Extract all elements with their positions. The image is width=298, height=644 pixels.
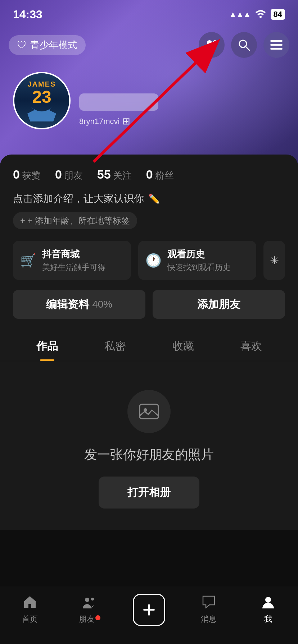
add-friend-label: 添加朋友 bbox=[197, 297, 240, 312]
avatar[interactable]: JAMES 23 bbox=[13, 72, 71, 129]
svg-point-10 bbox=[91, 598, 94, 601]
friends-count: 0 bbox=[55, 167, 62, 181]
shield-icon: 🛡 bbox=[17, 40, 27, 51]
tab-works[interactable]: 作品 bbox=[13, 332, 81, 361]
shop-sub: 美好生活触手可得 bbox=[42, 262, 124, 273]
profile-area: JAMES 23 8ryn17mcvi ⊞ bbox=[0, 72, 298, 129]
svg-point-9 bbox=[85, 598, 89, 602]
bio-edit-icon: ✏️ bbox=[148, 193, 160, 204]
shop-title: 抖音商城 bbox=[42, 248, 124, 261]
signal-icon: ▲▲▲ bbox=[229, 10, 250, 19]
nav-friends[interactable]: 朋友 bbox=[60, 595, 119, 625]
stats-row: 0 获赞 0 朋友 55 关注 0 粉丝 bbox=[13, 167, 285, 182]
tab-private[interactable]: 私密 bbox=[81, 332, 149, 361]
status-time: 14:33 bbox=[13, 8, 42, 21]
likes-stat: 0 获赞 bbox=[13, 167, 41, 182]
add-tags-button[interactable]: + + 添加年龄、所在地等标签 bbox=[13, 212, 137, 229]
svg-rect-7 bbox=[140, 404, 158, 419]
edit-profile-button[interactable]: 编辑资料 40% bbox=[13, 290, 145, 319]
username-area: 8ryn17mcvi ⊞ bbox=[79, 72, 285, 127]
history-texts: 观看历史 快速找到观看历史 bbox=[167, 248, 249, 273]
shop-action[interactable]: 🛒 抖音商城 美好生活触手可得 bbox=[13, 241, 131, 280]
nav-messages[interactable]: 消息 bbox=[179, 595, 239, 625]
empty-icon bbox=[127, 390, 171, 433]
svg-rect-5 bbox=[270, 44, 283, 46]
status-icons: ▲▲▲ 84 bbox=[229, 9, 285, 20]
more-icon: ✳ bbox=[270, 254, 279, 267]
nav-add[interactable] bbox=[119, 594, 179, 626]
followers-label: 粉丝 bbox=[155, 169, 174, 182]
messages-icon bbox=[202, 595, 215, 612]
shop-icon: 🛒 bbox=[20, 253, 36, 268]
svg-point-1 bbox=[213, 40, 217, 44]
svg-point-0 bbox=[207, 40, 212, 45]
history-title: 观看历史 bbox=[167, 248, 249, 261]
history-icon: 🕐 bbox=[145, 253, 162, 268]
following-count: 55 bbox=[97, 167, 111, 181]
user-id: 8ryn17mcvi ⊞ bbox=[79, 116, 285, 127]
profile-label: 我 bbox=[264, 614, 272, 625]
quick-actions: 🛒 抖音商城 美好生活触手可得 🕐 观看历史 快速找到观看历史 ✳ bbox=[13, 241, 285, 280]
history-action[interactable]: 🕐 观看历史 快速找到观看历史 bbox=[138, 241, 256, 280]
qr-icon: ⊞ bbox=[122, 116, 130, 127]
add-button[interactable] bbox=[133, 594, 165, 626]
plus-icon: + bbox=[20, 216, 25, 226]
tabs-row: 作品 私密 收藏 喜欢 bbox=[0, 332, 298, 361]
more-actions-button[interactable]: ✳ bbox=[263, 241, 285, 280]
edit-profile-label: 编辑资料 bbox=[46, 297, 89, 312]
profile-pct: 40% bbox=[92, 299, 112, 310]
bottom-nav: 首页 朋友 消息 bbox=[0, 586, 298, 644]
svg-rect-4 bbox=[270, 40, 283, 42]
likes-label: 获赞 bbox=[22, 169, 41, 182]
history-sub: 快速找到观看历史 bbox=[167, 262, 249, 273]
nav-right-icons bbox=[199, 32, 289, 58]
friends-label: 朋友 bbox=[64, 169, 83, 182]
open-album-button[interactable]: 打开相册 bbox=[99, 477, 199, 509]
following-stat[interactable]: 55 关注 bbox=[97, 167, 132, 182]
nav-profile[interactable]: 我 bbox=[238, 595, 298, 625]
menu-nav-button[interactable] bbox=[263, 32, 289, 58]
youth-mode-label: 青少年模式 bbox=[30, 39, 77, 51]
followers-count: 0 bbox=[146, 167, 153, 181]
avatar-inner: JAMES 23 bbox=[14, 73, 69, 128]
home-icon bbox=[23, 595, 36, 612]
nav-home[interactable]: 首页 bbox=[0, 595, 60, 625]
tags-placeholder-text: + 添加年龄、所在地等标签 bbox=[27, 215, 130, 226]
profile-icon bbox=[262, 595, 275, 612]
youth-mode-button[interactable]: 🛡 青少年模式 bbox=[9, 35, 86, 55]
cta-row: 编辑资料 40% 添加朋友 bbox=[13, 290, 285, 319]
empty-content: 发一张你好朋友的照片 打开相册 bbox=[13, 361, 285, 530]
friends-icon bbox=[83, 595, 96, 612]
following-label: 关注 bbox=[113, 169, 132, 182]
svg-point-13 bbox=[265, 597, 271, 603]
battery-icon: 84 bbox=[271, 9, 285, 20]
status-bar: 14:33 ▲▲▲ 84 bbox=[0, 0, 298, 29]
friend-notification-dot bbox=[95, 615, 100, 620]
username-blurred bbox=[79, 93, 158, 111]
wifi-icon bbox=[255, 9, 266, 20]
top-nav: 🛡 青少年模式 bbox=[0, 29, 298, 61]
friends-label: 朋友 bbox=[79, 614, 100, 625]
friends-stat: 0 朋友 bbox=[55, 167, 83, 182]
tab-favorites[interactable]: 收藏 bbox=[149, 332, 217, 361]
bio-text: 点击添加介绍，让大家认识你 bbox=[13, 192, 144, 206]
search-nav-button[interactable] bbox=[231, 32, 257, 58]
friends-nav-button[interactable] bbox=[199, 32, 225, 58]
svg-line-3 bbox=[246, 47, 249, 50]
jersey-number: 23 bbox=[32, 88, 51, 106]
likes-count: 0 bbox=[13, 167, 20, 181]
messages-label: 消息 bbox=[201, 614, 217, 625]
tab-likes[interactable]: 喜欢 bbox=[217, 332, 285, 361]
empty-title: 发一张你好朋友的照片 bbox=[84, 446, 214, 464]
followers-stat[interactable]: 0 粉丝 bbox=[146, 167, 174, 182]
shop-texts: 抖音商城 美好生活触手可得 bbox=[42, 248, 124, 273]
add-friend-button[interactable]: 添加朋友 bbox=[153, 290, 285, 319]
tags-row: + + 添加年龄、所在地等标签 bbox=[13, 212, 285, 229]
profile-card: 0 获赞 0 朋友 55 关注 0 粉丝 点击添加介绍，让大家认识你 ✏️ + … bbox=[0, 155, 298, 530]
home-label: 首页 bbox=[22, 614, 38, 625]
svg-rect-6 bbox=[270, 48, 283, 50]
bio-row[interactable]: 点击添加介绍，让大家认识你 ✏️ bbox=[13, 192, 285, 206]
